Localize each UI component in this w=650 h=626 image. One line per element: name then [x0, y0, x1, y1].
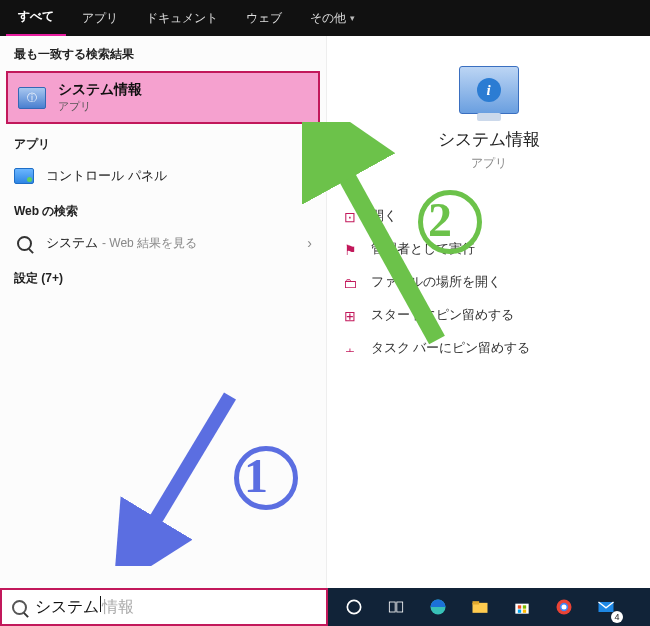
- edge-icon[interactable]: [418, 588, 458, 626]
- admin-icon: ⚑: [341, 242, 359, 258]
- settings-header: 設定 (7+): [0, 260, 326, 293]
- action-open-label: 開く: [371, 208, 397, 225]
- best-match-title: システム情報: [58, 81, 142, 99]
- svg-point-15: [562, 605, 567, 610]
- best-match-subtitle: アプリ: [58, 99, 142, 114]
- taskview-icon[interactable]: [376, 588, 416, 626]
- action-open[interactable]: ⊡ 開く: [335, 200, 640, 233]
- svg-rect-4: [397, 602, 403, 612]
- microsoft-store-icon[interactable]: [502, 588, 542, 626]
- search-icon: [12, 600, 27, 615]
- preview-subtitle: アプリ: [327, 155, 650, 172]
- action-open-location-label: ファイルの場所を開く: [371, 274, 501, 291]
- action-pin-start-label: スタートにピン留めする: [371, 307, 514, 324]
- preview-column: i システム情報 アプリ ⊡ 開く ⚑ 管理者として実行 🗀 ファイルの場所を開…: [327, 36, 650, 588]
- svg-rect-7: [473, 601, 480, 604]
- tab-more[interactable]: その他 ▾: [298, 1, 367, 36]
- pin-start-icon: ⊞: [341, 308, 359, 324]
- best-match-item[interactable]: ⓘ システム情報 アプリ: [6, 71, 320, 124]
- web-suffix: - Web 結果を見る: [102, 235, 197, 252]
- file-explorer-icon[interactable]: [460, 588, 500, 626]
- tab-web[interactable]: ウェブ: [234, 1, 294, 36]
- web-query: システム: [46, 234, 98, 252]
- annotation-step-2: 2: [428, 192, 452, 247]
- control-panel-icon: [14, 167, 34, 185]
- preview-title: システム情報: [327, 128, 650, 151]
- apps-header: アプリ: [0, 126, 326, 159]
- mail-icon[interactable]: [586, 588, 626, 626]
- search-tabs: すべて アプリ ドキュメント ウェブ その他 ▾: [0, 0, 650, 36]
- pin-taskbar-icon: ⫠: [341, 341, 359, 357]
- preview-actions: ⊡ 開く ⚑ 管理者として実行 🗀 ファイルの場所を開く ⊞ スタートにピン留め…: [327, 200, 650, 365]
- svg-point-2: [347, 600, 360, 613]
- tab-more-label: その他: [310, 10, 346, 27]
- chevron-right-icon: ›: [307, 235, 312, 251]
- search-body: 最も一致する検索結果 ⓘ システム情報 アプリ アプリ コントロール パネル ›…: [0, 36, 650, 588]
- cortana-icon[interactable]: [334, 588, 374, 626]
- action-pin-taskbar-label: タスク バーにピン留めする: [371, 340, 530, 357]
- result-web-search[interactable]: システム - Web 結果を見る ›: [0, 226, 326, 260]
- svg-rect-12: [523, 610, 526, 613]
- annotation-step-1: 1: [244, 448, 268, 503]
- svg-rect-8: [515, 604, 528, 614]
- preview-app-icon: i: [459, 66, 519, 114]
- search-typed-text: システム: [35, 597, 99, 618]
- tab-apps[interactable]: アプリ: [70, 1, 130, 36]
- tab-all[interactable]: すべて: [6, 0, 66, 37]
- svg-rect-10: [523, 605, 526, 608]
- action-open-location[interactable]: 🗀 ファイルの場所を開く: [335, 266, 640, 299]
- taskbar-search-box[interactable]: システム情報: [0, 588, 328, 626]
- bottom-bar: システム情報: [0, 588, 650, 626]
- control-panel-label: コントロール パネル: [46, 167, 295, 185]
- chevron-right-icon: ›: [307, 168, 312, 184]
- chrome-icon[interactable]: [544, 588, 584, 626]
- best-match-header: 最も一致する検索結果: [0, 36, 326, 69]
- open-icon: ⊡: [341, 209, 359, 225]
- folder-icon: 🗀: [341, 275, 359, 291]
- system-info-icon: ⓘ: [18, 87, 46, 109]
- result-control-panel[interactable]: コントロール パネル ›: [0, 159, 326, 193]
- taskbar: [328, 588, 650, 626]
- search-autocomplete: 情報: [102, 597, 134, 618]
- action-pin-start[interactable]: ⊞ スタートにピン留めする: [335, 299, 640, 332]
- search-icon: [14, 234, 34, 252]
- svg-rect-3: [389, 602, 395, 612]
- tab-documents[interactable]: ドキュメント: [134, 1, 230, 36]
- svg-rect-11: [518, 610, 521, 613]
- action-pin-taskbar[interactable]: ⫠ タスク バーにピン留めする: [335, 332, 640, 365]
- chevron-down-icon: ▾: [350, 13, 355, 23]
- svg-rect-9: [518, 605, 521, 608]
- action-run-admin[interactable]: ⚑ 管理者として実行: [335, 233, 640, 266]
- web-header: Web の検索: [0, 193, 326, 226]
